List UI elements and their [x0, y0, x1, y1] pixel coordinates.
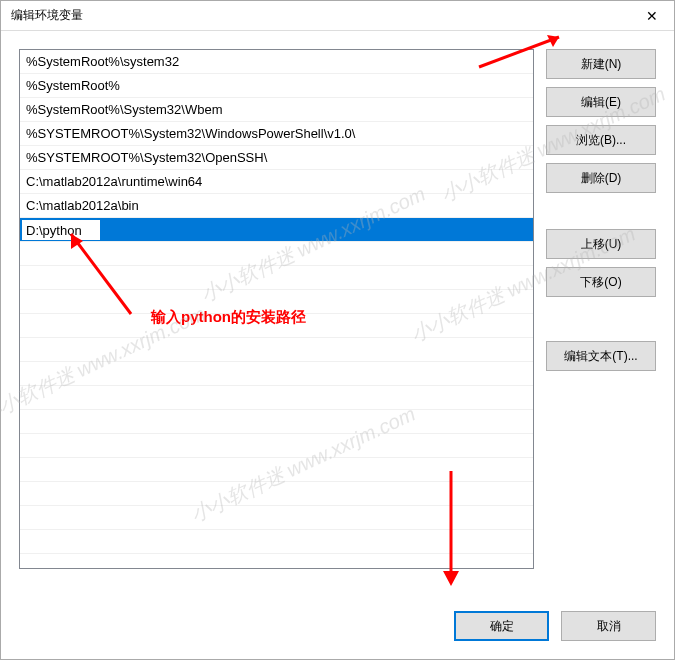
list-empty-row [20, 290, 533, 314]
list-item[interactable]: %SystemRoot%\System32\Wbem [20, 98, 533, 122]
list-empty-row [20, 314, 533, 338]
list-empty-row [20, 530, 533, 554]
spacer [546, 305, 656, 333]
dialog-title: 编辑环境变量 [11, 7, 83, 24]
move-up-button[interactable]: 上移(U) [546, 229, 656, 259]
list-empty-row [20, 458, 533, 482]
list-item[interactable]: %SystemRoot%\system32 [20, 50, 533, 74]
list-empty-row [20, 554, 533, 569]
list-item[interactable]: C:\matlab2012a\runtime\win64 [20, 170, 533, 194]
list-empty-row [20, 242, 533, 266]
svg-marker-5 [443, 571, 459, 586]
list-empty-row [20, 386, 533, 410]
new-button[interactable]: 新建(N) [546, 49, 656, 79]
spacer [546, 201, 656, 221]
list-empty-row [20, 338, 533, 362]
browse-button[interactable]: 浏览(B)... [546, 125, 656, 155]
list-item[interactable]: %SystemRoot% [20, 74, 533, 98]
svg-marker-1 [547, 35, 559, 47]
list-empty-row [20, 410, 533, 434]
list-empty-row [20, 434, 533, 458]
list-empty-row [20, 482, 533, 506]
action-buttons: 新建(N) 编辑(E) 浏览(B)... 删除(D) 上移(U) 下移(O) 编… [546, 49, 656, 589]
dialog-footer: 确定 取消 [1, 599, 674, 659]
environment-variable-dialog: 编辑环境变量 ✕ %SystemRoot%\system32 %SystemRo… [0, 0, 675, 660]
path-edit-input[interactable] [21, 219, 101, 241]
list-empty-row [20, 506, 533, 530]
list-item-editing[interactable] [20, 218, 533, 242]
list-item[interactable]: %SYSTEMROOT%\System32\OpenSSH\ [20, 146, 533, 170]
dialog-content: %SystemRoot%\system32 %SystemRoot% %Syst… [1, 31, 674, 599]
list-empty-row [20, 362, 533, 386]
titlebar: 编辑环境变量 ✕ [1, 1, 674, 31]
close-button[interactable]: ✕ [629, 1, 674, 31]
path-list[interactable]: %SystemRoot%\system32 %SystemRoot% %Syst… [19, 49, 534, 569]
delete-button[interactable]: 删除(D) [546, 163, 656, 193]
list-empty-row [20, 266, 533, 290]
list-item[interactable]: C:\matlab2012a\bin [20, 194, 533, 218]
list-item[interactable]: %SYSTEMROOT%\System32\WindowsPowerShell\… [20, 122, 533, 146]
move-down-button[interactable]: 下移(O) [546, 267, 656, 297]
edit-button[interactable]: 编辑(E) [546, 87, 656, 117]
ok-button[interactable]: 确定 [454, 611, 549, 641]
cancel-button[interactable]: 取消 [561, 611, 656, 641]
edit-text-button[interactable]: 编辑文本(T)... [546, 341, 656, 371]
